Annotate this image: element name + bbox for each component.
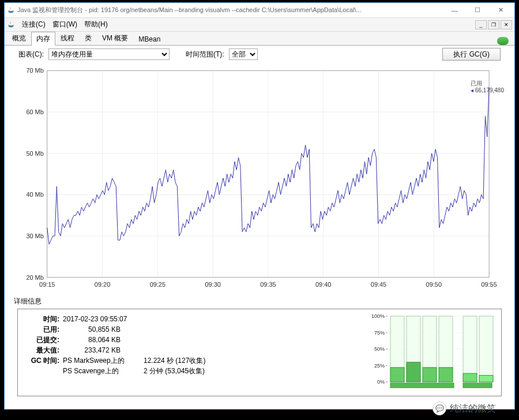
tab-classes[interactable]: 类 <box>80 31 97 45</box>
annotation-label: 已用 <box>471 80 504 87</box>
time-select[interactable]: 全部 <box>229 48 258 60</box>
time-label: 时间范围(T): <box>186 50 224 59</box>
menu-help[interactable]: 帮助(H) <box>81 18 111 31</box>
details-table: 时间:2017-02-23 09:55:07 已用:50,855 KB 已提交:… <box>25 314 356 391</box>
svg-rect-55 <box>463 373 477 382</box>
committed-key: 已提交: <box>25 335 59 345</box>
svg-rect-59 <box>390 383 454 388</box>
committed-value: 88,064 KB <box>63 336 144 344</box>
main-window: Java 监视和管理控制台 - pid: 19176 org/netbeans/… <box>4 2 515 410</box>
svg-rect-54 <box>463 316 477 382</box>
tab-mbean[interactable]: MBean <box>133 33 166 45</box>
svg-text:70 Mb: 70 Mb <box>26 67 43 74</box>
svg-text:0%: 0% <box>377 379 385 385</box>
details-heading: 详细信息 <box>5 295 514 308</box>
tab-vm[interactable]: VM 概要 <box>97 31 133 45</box>
close-button[interactable]: ✕ <box>489 4 512 17</box>
gc2-value: 2 分钟 (53,045收集) <box>144 366 224 376</box>
titlebar: Java 监视和管理控制台 - pid: 19176 org/netbeans/… <box>5 3 514 18</box>
menu-connect[interactable]: 连接(C) <box>18 18 49 31</box>
chart-annotation: 已用 ◂ 66,179,480 <box>471 80 504 94</box>
wechat-icon: 💬 <box>432 402 446 415</box>
svg-text:25%: 25% <box>374 363 385 369</box>
memory-chart: 20 Mb30 Mb40 Mb50 Mb60 Mb70 Mb09:1509:20… <box>18 64 501 295</box>
java-icon <box>7 6 15 14</box>
watermark-text: 纯洁的微笑 <box>450 403 496 415</box>
svg-rect-47 <box>390 367 404 382</box>
chart-svg: 20 Mb30 Mb40 Mb50 Mb60 Mb70 Mb09:1509:20… <box>18 64 501 295</box>
svg-text:09:15: 09:15 <box>39 281 55 288</box>
details-panel: 时间:2017-02-23 09:55:07 已用:50,855 KB 已提交:… <box>17 309 502 396</box>
time-value: 2017-02-23 09:55:07 <box>63 315 127 323</box>
gc2-name: PS Scavenge上的 <box>63 366 144 376</box>
used-value: 50,855 KB <box>63 325 144 333</box>
gc1-name: PS MarkSweep上的 <box>63 356 144 366</box>
svg-text:09:45: 09:45 <box>371 281 386 288</box>
mini-chart-svg: 100%75%50%25%0% <box>367 314 494 389</box>
svg-text:50%: 50% <box>374 346 385 352</box>
annotation-value: 66,179,480 <box>475 87 504 93</box>
triangle-icon: ◂ <box>471 87 473 93</box>
minimize-button[interactable]: — <box>443 4 466 17</box>
svg-text:20 Mb: 20 Mb <box>26 274 43 281</box>
chart-label: 图表(C): <box>18 50 44 59</box>
gc-button[interactable]: 执行 GC(G) <box>442 48 501 61</box>
svg-rect-56 <box>479 316 493 382</box>
tab-overview[interactable]: 概览 <box>7 31 31 45</box>
svg-text:09:40: 09:40 <box>315 281 331 288</box>
svg-text:40 Mb: 40 Mb <box>26 191 43 198</box>
window-title: Java 监视和管理控制台 - pid: 19176 org/netbeans/… <box>17 6 443 14</box>
inner-minimize-button[interactable]: _ <box>475 20 487 29</box>
svg-text:09:35: 09:35 <box>260 281 276 288</box>
memory-pools-chart: 100%75%50%25%0% <box>367 314 494 389</box>
max-key: 最大值: <box>25 346 59 355</box>
svg-text:09:30: 09:30 <box>205 281 220 288</box>
svg-text:75%: 75% <box>374 330 385 336</box>
svg-text:09:25: 09:25 <box>150 281 166 288</box>
maximize-button[interactable]: ☐ <box>466 4 489 17</box>
svg-rect-49 <box>407 362 420 382</box>
svg-rect-60 <box>463 383 492 388</box>
svg-rect-53 <box>439 367 453 382</box>
gc1-value: 12.224 秒 (127收集) <box>144 356 224 366</box>
time-key: 时间: <box>25 314 59 324</box>
svg-text:60 Mb: 60 Mb <box>26 108 43 115</box>
menubar: 连接(C) 窗口(W) 帮助(H) _ ❐ ✕ <box>5 18 514 32</box>
max-value: 233,472 KB <box>63 346 144 354</box>
watermark: 💬 纯洁的微笑 <box>432 402 496 415</box>
java-icon <box>7 21 15 29</box>
inner-close-button[interactable]: ✕ <box>501 20 512 29</box>
svg-text:09:20: 09:20 <box>95 281 110 288</box>
svg-rect-57 <box>479 376 493 382</box>
gc-key: GC 时间: <box>25 356 59 366</box>
used-key: 已用: <box>25 325 59 335</box>
toolbar: 图表(C): 堆内存使用量 时间范围(T): 全部 执行 GC(G) <box>5 46 514 63</box>
svg-rect-51 <box>423 367 437 382</box>
inner-restore-button[interactable]: ❐ <box>488 20 499 29</box>
tab-threads[interactable]: 线程 <box>55 31 80 45</box>
connection-status-icon <box>497 37 509 45</box>
svg-text:100%: 100% <box>371 314 385 319</box>
tab-memory[interactable]: 内存 <box>31 32 55 46</box>
svg-text:09:55: 09:55 <box>481 281 497 288</box>
svg-text:09:50: 09:50 <box>426 281 442 288</box>
tabs: 概览 内存 线程 类 VM 概要 MBean <box>5 32 514 46</box>
chart-select[interactable]: 堆内存使用量 <box>48 48 170 60</box>
menu-window[interactable]: 窗口(W) <box>49 18 81 31</box>
svg-text:30 Mb: 30 Mb <box>26 232 43 239</box>
svg-text:50 Mb: 50 Mb <box>26 150 43 157</box>
